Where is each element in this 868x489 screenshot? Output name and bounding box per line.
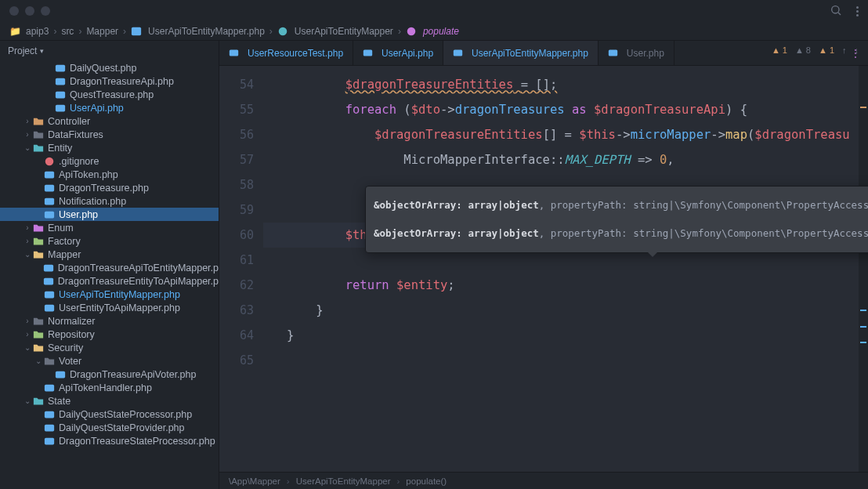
- tree-label: UserApiToEntityMapper.php: [59, 289, 180, 300]
- method-icon: [406, 26, 417, 37]
- file-item[interactable]: ApiToken.php: [0, 168, 219, 181]
- chevron-right-icon: ›: [78, 26, 81, 37]
- file-item[interactable]: UserApiToEntityMapper.php: [0, 288, 219, 301]
- chevron-icon[interactable]: ›: [22, 237, 33, 245]
- folder-icon: [33, 143, 44, 154]
- php-file-icon: [608, 48, 618, 58]
- tree-label: DailyQuest.php: [70, 63, 136, 74]
- file-item[interactable]: UserApi.php: [0, 101, 219, 114]
- tree-label: DailyQuestStateProcessor.php: [59, 409, 192, 420]
- next-highlight[interactable]: ↓: [855, 45, 859, 55]
- tree-label: DragonTreasureApi.php: [70, 76, 174, 87]
- tree-label: Enum: [48, 223, 74, 234]
- tab-label: UserApiToEntityMapper.php: [472, 48, 588, 59]
- typo-count[interactable]: ▲1: [819, 45, 834, 55]
- folder-item[interactable]: ›Enum: [0, 221, 219, 234]
- folder-icon: [33, 129, 44, 140]
- folder-icon: [33, 249, 44, 260]
- file-item[interactable]: ApiTokenHandler.php: [0, 381, 219, 394]
- bc-item[interactable]: UserApiToEntityMapper.php: [148, 26, 265, 37]
- svg-point-9: [45, 157, 54, 165]
- zoom-window[interactable]: [41, 6, 50, 16]
- search-icon[interactable]: [830, 4, 842, 19]
- tree-label: User.php: [59, 209, 98, 220]
- bc-item[interactable]: UserApiToEntityMapper: [295, 26, 393, 37]
- folder-item[interactable]: ›DataFixtures: [0, 128, 219, 141]
- php-file-icon: [44, 196, 55, 207]
- tree-label: Voter: [59, 356, 81, 367]
- chevron-icon[interactable]: ⌄: [22, 250, 33, 259]
- sidebar-header[interactable]: Project ▾: [0, 41, 219, 61]
- file-item[interactable]: DragonTreasureApiToEntityMapper.p: [0, 261, 219, 274]
- file-item[interactable]: DragonTreasureApi.php: [0, 74, 219, 88]
- bc-item[interactable]: src: [61, 26, 74, 37]
- chevron-icon[interactable]: ›: [22, 317, 33, 325]
- file-item[interactable]: DailyQuestStateProvider.php: [0, 421, 219, 434]
- prev-highlight[interactable]: ↑: [842, 45, 847, 55]
- error-stripe[interactable]: [859, 66, 868, 472]
- class-icon: [277, 26, 288, 37]
- file-item[interactable]: .gitignore: [0, 154, 219, 168]
- chevron-icon[interactable]: ›: [22, 117, 33, 125]
- php-file-icon: [55, 89, 66, 100]
- close-window[interactable]: [9, 6, 19, 16]
- svg-point-3: [279, 27, 288, 35]
- file-item[interactable]: User.php: [0, 208, 219, 221]
- chevron-icon[interactable]: ›: [22, 130, 33, 139]
- file-item[interactable]: QuestTreasure.php: [0, 88, 219, 101]
- folder-item[interactable]: ›Normalizer: [0, 314, 219, 328]
- editor-tab[interactable]: UserApiToEntityMapper.php: [443, 41, 599, 65]
- file-item[interactable]: DragonTreasureStateProcessor.php: [0, 434, 219, 447]
- minimize-window[interactable]: [25, 6, 34, 16]
- bc-item[interactable]: populate: [423, 26, 459, 37]
- svg-rect-21: [45, 424, 54, 431]
- file-item[interactable]: UserEntityToApiMapper.php: [0, 301, 219, 314]
- git-icon: [44, 156, 55, 167]
- folder-item[interactable]: ›Repository: [0, 328, 219, 341]
- chevron-icon[interactable]: ⌄: [22, 397, 33, 405]
- chevron-icon[interactable]: ›: [22, 330, 33, 339]
- folder-item[interactable]: ⌄Security: [0, 341, 219, 354]
- tree-label: UserApi.php: [70, 103, 124, 114]
- chevron-icon[interactable]: ⌄: [33, 357, 44, 365]
- folder-item[interactable]: ›Controller: [0, 114, 219, 128]
- bc-class[interactable]: UserApiToEntityMapper: [296, 476, 391, 486]
- chevron-icon[interactable]: ›: [22, 223, 33, 232]
- file-item[interactable]: Notification.php: [0, 194, 219, 208]
- folder-item[interactable]: ⌄Entity: [0, 141, 219, 154]
- svg-rect-14: [44, 264, 53, 271]
- chevron-icon[interactable]: ⌄: [22, 143, 33, 152]
- editor-tab[interactable]: User.php: [599, 41, 675, 65]
- folder-item[interactable]: ⌄Voter: [0, 354, 219, 368]
- folder-item[interactable]: ›Factory: [0, 234, 219, 248]
- code-editor[interactable]: $dragonTreasureEntities = []; foreach ($…: [263, 66, 868, 472]
- bc-item[interactable]: apip3: [26, 26, 49, 37]
- bc-namespace[interactable]: \App\Mapper: [229, 476, 280, 486]
- php-file-icon: [453, 48, 463, 58]
- file-item[interactable]: DailyQuest.php: [0, 61, 219, 74]
- folder-item[interactable]: ⌄State: [0, 394, 219, 408]
- tree-label: DragonTreasureApiVoter.php: [70, 369, 196, 380]
- more-icon[interactable]: [856, 6, 859, 16]
- folder-item[interactable]: ⌄Mapper: [0, 248, 219, 261]
- php-file-icon: [44, 209, 55, 220]
- warning-count[interactable]: ▲1: [772, 45, 787, 55]
- file-item[interactable]: DragonTreasureEntityToApiMapper.p: [0, 274, 219, 288]
- editor-tab[interactable]: UserResourceTest.php: [219, 41, 353, 65]
- inspections-widget[interactable]: ▲1 ▲8 ▲1 ↑ ↓: [772, 45, 859, 55]
- svg-rect-17: [45, 304, 54, 311]
- bc-item[interactable]: Mapper: [86, 26, 118, 37]
- file-item[interactable]: DragonTreasureApiVoter.php: [0, 368, 219, 381]
- svg-point-4: [407, 27, 416, 35]
- editor-tab[interactable]: UserApi.php: [353, 41, 443, 65]
- svg-rect-11: [45, 184, 54, 191]
- weak-warning-count[interactable]: ▲8: [795, 45, 811, 55]
- svg-rect-24: [363, 49, 372, 56]
- chevron-icon[interactable]: ⌄: [22, 343, 33, 352]
- file-tree[interactable]: DailyQuest.phpDragonTreasureApi.phpQuest…: [0, 61, 219, 489]
- file-item[interactable]: DragonTreasure.php: [0, 181, 219, 194]
- bc-method[interactable]: populate(): [406, 476, 447, 486]
- file-item[interactable]: DailyQuestStateProcessor.php: [0, 408, 219, 421]
- php-file-icon: [43, 276, 54, 287]
- tree-label: ApiTokenHandler.php: [59, 382, 152, 393]
